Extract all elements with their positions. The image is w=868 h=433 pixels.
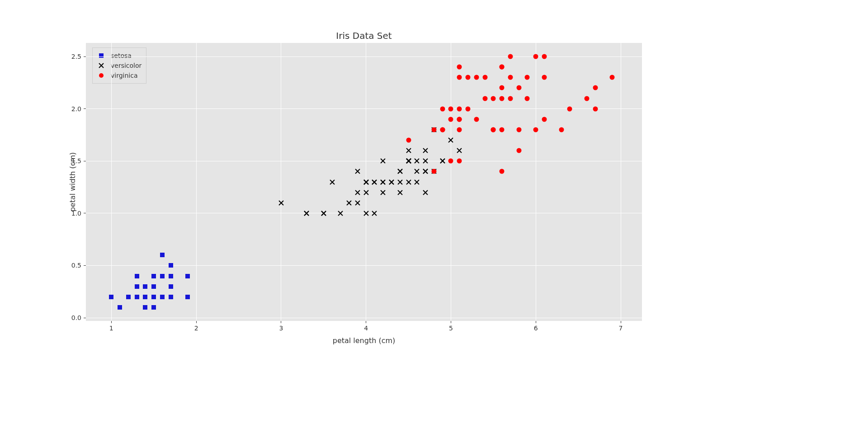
y-tick-label: 0.5 — [70, 262, 81, 269]
data-point-virginica — [542, 75, 547, 80]
data-point-virginica — [567, 106, 572, 111]
data-point-versicolor — [355, 169, 360, 174]
data-point-versicolor — [304, 211, 309, 216]
data-point-virginica — [482, 96, 487, 101]
data-point-versicolor — [397, 190, 403, 195]
y-tick-label: 2.5 — [70, 53, 81, 60]
data-point-virginica — [500, 65, 505, 70]
gridline-vertical — [196, 43, 197, 321]
data-point-virginica — [457, 106, 462, 111]
data-point-virginica — [466, 106, 471, 111]
data-point-versicolor — [414, 179, 420, 185]
tick-mark — [84, 265, 86, 266]
legend-label: versicolor — [111, 62, 142, 69]
x-tick-label: 7 — [619, 325, 623, 332]
data-point-versicolor — [406, 179, 411, 185]
data-point-versicolor — [457, 148, 462, 153]
data-point-virginica — [542, 54, 547, 59]
gridline-vertical — [536, 43, 536, 321]
data-point-versicolor — [321, 211, 326, 216]
data-point-virginica — [474, 117, 479, 122]
data-point-virginica — [406, 138, 411, 143]
data-point-virginica — [508, 96, 513, 101]
data-point-setosa — [143, 295, 147, 299]
data-point-virginica — [516, 85, 521, 90]
tick-mark — [111, 321, 112, 323]
data-point-versicolor — [372, 211, 377, 216]
data-point-versicolor — [355, 190, 360, 195]
y-tick-label: 1.5 — [70, 157, 81, 165]
data-point-setosa — [160, 274, 165, 278]
data-point-setosa — [151, 295, 156, 299]
data-point-setosa — [135, 284, 139, 289]
tick-mark — [84, 161, 86, 161]
legend-label: setosa — [111, 52, 132, 59]
tick-mark — [451, 321, 451, 323]
data-point-setosa — [169, 263, 173, 268]
data-point-virginica — [533, 54, 538, 59]
data-point-versicolor — [423, 148, 428, 153]
tick-mark — [281, 321, 281, 323]
legend-item-versicolor: versicolor — [96, 61, 142, 71]
data-point-virginica — [610, 75, 615, 80]
x-tick-label: 3 — [279, 325, 283, 332]
data-point-virginica — [525, 75, 530, 80]
square-icon — [96, 53, 106, 58]
y-tick-label: 2.0 — [70, 105, 81, 113]
data-point-virginica — [457, 65, 462, 70]
data-point-versicolor — [380, 190, 386, 195]
data-point-virginica — [457, 117, 462, 122]
data-point-virginica — [508, 75, 513, 80]
chart-figure: Iris Data Set petal length (cm) petal wi… — [0, 0, 868, 433]
data-point-virginica — [491, 127, 496, 132]
gridline-horizontal — [86, 108, 642, 109]
x-tick-label: 5 — [449, 325, 453, 332]
data-point-virginica — [533, 127, 538, 132]
data-point-virginica — [491, 96, 496, 101]
tick-mark — [84, 56, 86, 57]
data-point-virginica — [525, 96, 530, 101]
data-point-setosa — [135, 274, 139, 278]
data-point-versicolor — [346, 200, 352, 206]
data-point-setosa — [160, 253, 165, 257]
data-point-virginica — [448, 106, 453, 111]
data-point-versicolor — [406, 158, 411, 164]
data-point-setosa — [185, 295, 190, 299]
data-point-versicolor — [440, 158, 445, 164]
data-point-setosa — [143, 284, 147, 289]
data-point-versicolor — [380, 179, 386, 185]
tick-mark — [621, 321, 621, 323]
data-point-setosa — [118, 305, 122, 310]
data-point-versicolor — [355, 200, 360, 206]
data-point-virginica — [516, 148, 521, 153]
data-point-versicolor — [338, 211, 343, 216]
data-point-versicolor — [406, 148, 411, 153]
data-point-setosa — [169, 274, 173, 278]
data-point-virginica — [448, 159, 453, 164]
data-point-setosa — [151, 284, 156, 289]
data-point-versicolor — [380, 158, 386, 164]
legend: setosa versicolor virginica — [92, 47, 146, 84]
data-point-virginica — [448, 117, 453, 122]
data-point-virginica — [500, 127, 505, 132]
data-point-setosa — [169, 284, 173, 289]
data-point-setosa — [169, 295, 173, 299]
data-point-versicolor — [448, 137, 453, 143]
gridline-horizontal — [86, 318, 642, 318]
x-axis-label: petal length (cm) — [86, 336, 642, 345]
legend-label: virginica — [111, 72, 138, 79]
legend-item-setosa: setosa — [96, 51, 142, 61]
data-point-virginica — [457, 127, 462, 132]
data-point-virginica — [440, 127, 445, 132]
data-point-virginica — [500, 169, 505, 174]
data-point-virginica — [542, 117, 547, 122]
data-point-versicolor — [278, 200, 284, 206]
data-point-versicolor — [363, 179, 369, 185]
chart-title: Iris Data Set — [86, 30, 642, 41]
data-point-versicolor — [423, 169, 428, 174]
data-point-virginica — [457, 75, 462, 80]
data-point-virginica — [508, 54, 513, 59]
tick-mark — [536, 321, 536, 323]
data-point-versicolor — [414, 158, 420, 164]
data-point-versicolor — [330, 179, 335, 185]
